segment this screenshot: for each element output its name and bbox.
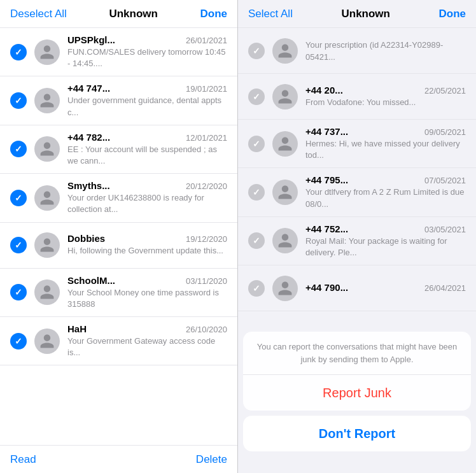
- avatar: [34, 39, 60, 65]
- message-preview: Your Government Gateway access code is..…: [67, 335, 227, 358]
- dont-report-card: Don't Report: [243, 416, 471, 451]
- avatar: [34, 328, 60, 354]
- left-message-list: UPSPkgl... 26/01/2021 FUN.COM/SALES deli…: [0, 28, 237, 445]
- message-content: +44 795... 07/05/2021 Your dtlfvery from…: [305, 174, 466, 209]
- message-date: 26/04/2021: [424, 283, 466, 293]
- check-circle: [248, 280, 265, 297]
- message-sender: +44 782...: [67, 132, 110, 143]
- message-content: SchoolM... 03/11/2020 Your School Money …: [67, 275, 227, 310]
- avatar: [34, 88, 60, 113]
- left-footer: Read Delete: [0, 445, 237, 473]
- list-item[interactable]: UPSPkgl... 26/01/2021 FUN.COM/SALES deli…: [0, 28, 237, 76]
- list-item[interactable]: +44 752... 03/05/2021 Royal Mail: Your p…: [238, 217, 476, 265]
- list-item[interactable]: +44 782... 12/01/2021 EE : Your account …: [0, 125, 237, 174]
- message-content: Smyths... 20/12/2020 Your order UK146238…: [67, 180, 227, 215]
- message-date: 03/11/2020: [186, 276, 227, 286]
- message-content: UPSPkgl... 26/01/2021 FUN.COM/SALES deli…: [67, 34, 227, 69]
- avatar: [272, 131, 298, 157]
- message-top: +44 20... 22/05/2021: [305, 85, 466, 95]
- check-circle: [248, 232, 265, 249]
- message-preview: Hermes: Hi, we have missed your delivery…: [305, 138, 466, 161]
- list-item[interactable]: Your prescription (id A22314-Y02989-0542…: [238, 28, 476, 74]
- message-sender: +44 795...: [305, 174, 348, 185]
- message-preview: Your prescription (id A22314-Y02989-0542…: [305, 39, 466, 62]
- message-top: +44 737... 09/05/2021: [305, 126, 466, 137]
- message-top: +44 752... 03/05/2021: [305, 223, 466, 234]
- deselect-all-button[interactable]: Deselect All: [10, 8, 67, 20]
- message-content: +44 737... 09/05/2021 Hermes: Hi, we hav…: [305, 126, 466, 161]
- message-sender: HaH: [67, 323, 87, 334]
- message-content: Your prescription (id A22314-Y02989-0542…: [305, 38, 466, 62]
- check-circle: [248, 43, 265, 59]
- left-done-button[interactable]: Done: [200, 8, 227, 20]
- delete-button[interactable]: Delete: [196, 453, 227, 466]
- message-top: HaH 26/10/2020: [67, 323, 227, 334]
- message-date: 20/12/2020: [186, 181, 227, 191]
- avatar: [34, 279, 60, 305]
- list-item[interactable]: Dobbies 19/12/2020 Hi, following the Gov…: [0, 223, 237, 269]
- list-item[interactable]: +44 20... 22/05/2021 From Vodafone: You …: [238, 74, 476, 120]
- message-date: 07/05/2021: [424, 176, 466, 185]
- avatar: [34, 232, 60, 258]
- check-circle: [248, 88, 265, 105]
- report-junk-button[interactable]: Report Junk: [243, 375, 471, 411]
- message-preview: EE : Your account will be suspended ; as…: [67, 144, 227, 167]
- check-circle: [10, 333, 27, 349]
- check-circle: [10, 190, 27, 206]
- message-top: +44 782... 12/01/2021: [67, 132, 227, 143]
- list-item[interactable]: +44 737... 09/05/2021 Hermes: Hi, we hav…: [238, 120, 476, 168]
- message-sender: +44 752...: [305, 223, 348, 234]
- message-content: +44 747... 19/01/2021 Under government g…: [67, 83, 227, 118]
- message-preview: Under government guidance, dental appts …: [67, 95, 227, 118]
- avatar: [34, 185, 60, 211]
- message-preview: FUN.COM/SALES delivery tomorrow 10:45 - …: [67, 46, 227, 69]
- message-top: UPSPkgl... 26/01/2021: [67, 34, 227, 45]
- message-sender: Dobbies: [67, 233, 105, 244]
- message-preview: From Vodafone: You missed...: [305, 97, 466, 108]
- message-top: Smyths... 20/12/2020: [67, 180, 227, 191]
- message-preview: Your order UK146238800 is ready for coll…: [67, 192, 227, 215]
- check-circle: [10, 284, 27, 300]
- message-content: HaH 26/10/2020 Your Government Gateway a…: [67, 323, 227, 358]
- right-done-button[interactable]: Done: [439, 8, 466, 20]
- message-sender: +44 790...: [305, 282, 348, 293]
- list-item[interactable]: +44 790... 26/04/2021: [238, 265, 476, 311]
- avatar: [272, 228, 298, 253]
- left-title: Unknown: [109, 8, 158, 20]
- message-content: +44 20... 22/05/2021 From Vodafone: You …: [305, 85, 466, 108]
- message-top: +44 747... 19/01/2021: [67, 83, 227, 94]
- action-sheet-message: You can report the conversations that mi…: [243, 332, 471, 375]
- message-preview: Your School Money one time password is 3…: [67, 287, 227, 310]
- avatar: [272, 38, 298, 64]
- message-date: 09/05/2021: [424, 127, 466, 137]
- message-date: 12/01/2021: [186, 133, 227, 143]
- message-date: 19/12/2020: [186, 234, 227, 244]
- message-top: Dobbies 19/12/2020: [67, 233, 227, 244]
- message-preview: Royal Mail: Your package is waiting for …: [305, 236, 466, 258]
- avatar: [272, 84, 298, 109]
- right-header: Select All Unknown Done: [238, 0, 476, 28]
- message-date: 22/05/2021: [424, 86, 466, 95]
- message-sender: UPSPkgl...: [67, 34, 115, 45]
- list-item[interactable]: Smyths... 20/12/2020 Your order UK146238…: [0, 174, 237, 222]
- check-circle: [10, 141, 27, 157]
- list-item[interactable]: HaH 26/10/2020 Your Government Gateway a…: [0, 317, 237, 365]
- dont-report-button[interactable]: Don't Report: [243, 416, 471, 451]
- left-header: Deselect All Unknown Done: [0, 0, 237, 28]
- list-item[interactable]: +44 795... 07/05/2021 Your dtlfvery from…: [238, 168, 476, 216]
- read-button[interactable]: Read: [10, 453, 36, 466]
- list-item[interactable]: SchoolM... 03/11/2020 Your School Money …: [0, 269, 237, 317]
- message-content: Dobbies 19/12/2020 Hi, following the Gov…: [67, 233, 227, 257]
- check-circle: [248, 184, 265, 201]
- avatar: [272, 180, 298, 205]
- avatar: [34, 136, 60, 162]
- message-sender: +44 20...: [305, 85, 343, 95]
- message-sender: +44 737...: [305, 126, 348, 137]
- message-date: 26/10/2020: [186, 325, 227, 334]
- message-preview: Your dtlfvery from A 2 Z Rum Limited is …: [305, 187, 466, 209]
- list-item[interactable]: +44 747... 19/01/2021 Under government g…: [0, 76, 237, 125]
- message-content: +44 782... 12/01/2021 EE : Your account …: [67, 132, 227, 167]
- check-circle: [10, 237, 27, 253]
- select-all-button[interactable]: Select All: [248, 8, 293, 20]
- action-sheet-overlay: You can report the conversations that mi…: [238, 332, 476, 473]
